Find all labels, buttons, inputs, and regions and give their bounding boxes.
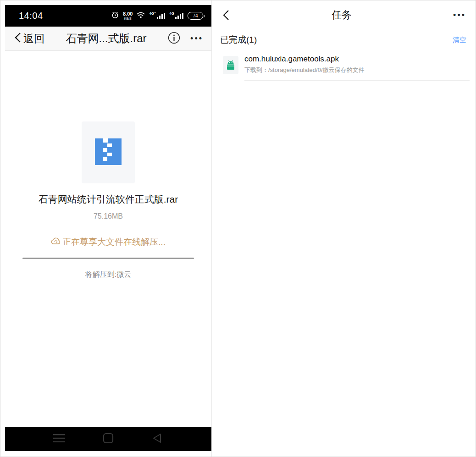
- task-list-item[interactable]: com.huluxia.gametools.apk 下载到：/storage/e…: [212, 50, 476, 81]
- back-button-label: 返回: [23, 32, 44, 46]
- back-button[interactable]: 返回: [13, 31, 44, 46]
- cloud-icon: [51, 237, 61, 248]
- phone-screen: 14:04 8.00 KB/S: [5, 5, 211, 451]
- signal-primary-label: 4G⁺: [149, 11, 156, 16]
- rar-archive-icon: [95, 138, 122, 167]
- task-download-path: 下载到：/storage/emulated/0/微云保存的文件: [244, 66, 470, 74]
- battery-icon: 74: [188, 12, 203, 20]
- home-icon[interactable]: [103, 433, 114, 446]
- back-triangle-icon[interactable]: [152, 433, 162, 446]
- file-viewer-nav-bar: 返回 石青网...式版.rar •••: [5, 27, 211, 51]
- completed-count-label: 已完成(1): [220, 34, 257, 46]
- clear-button[interactable]: 清空: [453, 36, 466, 44]
- file-thumbnail: [82, 121, 135, 183]
- tasks-panel: 任务 ••• 已完成(1) 清空: [211, 0, 476, 457]
- status-bar: 14:04 8.00 KB/S: [5, 5, 211, 27]
- info-icon[interactable]: [168, 32, 180, 46]
- network-speed-unit: KB/S: [124, 17, 132, 20]
- tasks-title: 任务: [230, 8, 453, 22]
- file-size-label: 75.16MB: [5, 212, 211, 220]
- completed-section-header: 已完成(1) 清空: [212, 30, 476, 50]
- signal-bars-4g-plus-icon: 4G⁺: [149, 12, 165, 19]
- network-speed-indicator: 8.00 KB/S: [123, 11, 133, 20]
- wifi-icon: [137, 12, 145, 20]
- apk-file-icon: [223, 56, 238, 74]
- unzip-status-label: 正在尊享大文件在线解压...: [62, 236, 166, 248]
- network-speed-value: 8.00: [123, 11, 133, 17]
- status-time: 14:04: [19, 11, 43, 21]
- chevron-left-icon: [222, 9, 230, 21]
- unzip-destination-label: 将解压到:微云: [5, 270, 211, 280]
- file-preview-area: 石青网站统计引流软件正式版.rar 75.16MB 正在尊享大文件在线解压...…: [5, 51, 211, 427]
- tasks-more-options-icon[interactable]: •••: [453, 11, 466, 19]
- more-options-icon[interactable]: •••: [190, 34, 203, 43]
- task-file-name: com.huluxia.gametools.apk: [244, 55, 470, 64]
- chevron-left-icon: [13, 31, 22, 46]
- tasks-back-button[interactable]: [222, 9, 230, 21]
- android-navigation-bar: [5, 427, 211, 451]
- tasks-header: 任务 •••: [212, 0, 476, 30]
- alarm-icon: [111, 11, 119, 21]
- battery-level: 74: [193, 13, 198, 18]
- file-name-label: 石青网站统计引流软件正式版.rar: [5, 193, 211, 206]
- signal-bars-4g-icon: 4G: [169, 12, 183, 19]
- unzip-progress-bar: [22, 258, 194, 259]
- unzip-status-row: 正在尊享大文件在线解压...: [5, 236, 211, 248]
- signal-secondary-label: 4G: [169, 11, 174, 16]
- file-title: 石青网...式版.rar: [44, 31, 168, 46]
- screenshot-root: 14:04 8.00 KB/S: [0, 0, 476, 457]
- recents-menu-icon[interactable]: [53, 434, 65, 445]
